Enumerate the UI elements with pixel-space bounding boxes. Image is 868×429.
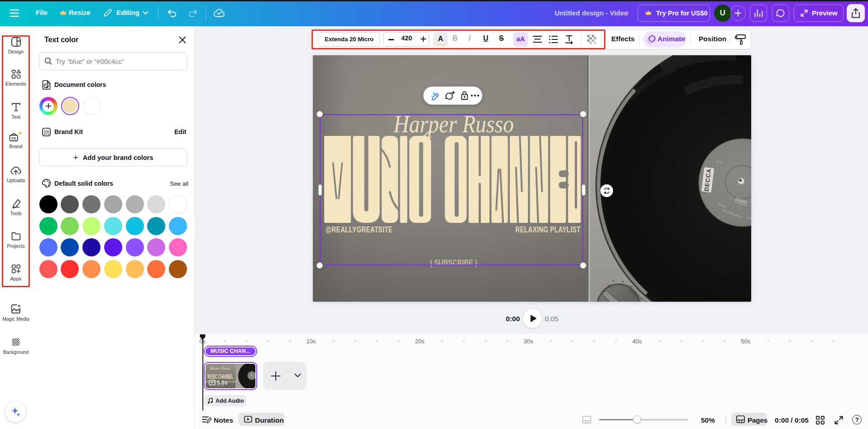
svg-text:MUSIC CHANNEL: MUSIC CHANNEL [207, 372, 233, 380]
svg-text:33: 33 [607, 284, 612, 289]
svg-text:Harper Russo: Harper Russo [210, 366, 230, 371]
svg-text:CO: CO [44, 130, 49, 134]
